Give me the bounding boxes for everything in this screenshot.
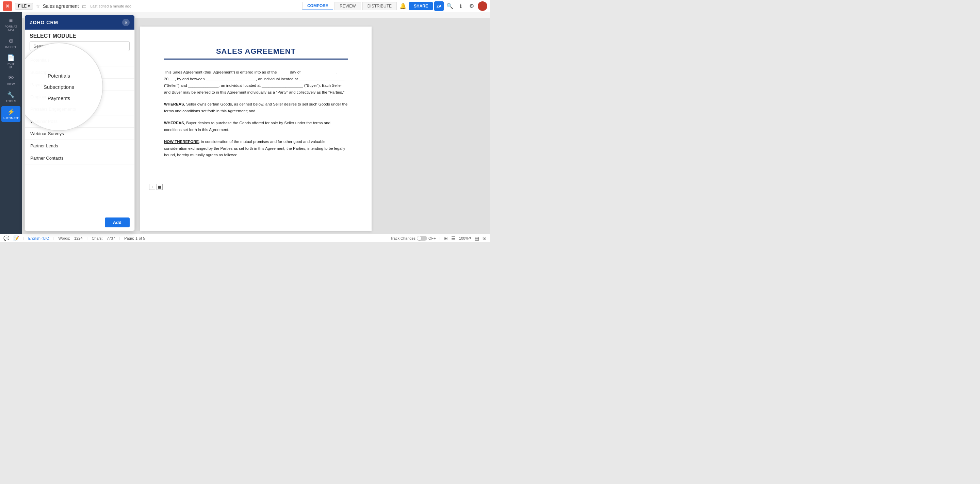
status-bar: 💬 📝 | English (UK) | Words: 1224 | Chars… <box>0 234 490 242</box>
tab-distribute[interactable]: DISTRIBUTE <box>363 2 397 10</box>
module-search-input[interactable] <box>30 41 130 51</box>
sidebar-item-automate[interactable]: ⚡ AUTOMATE <box>2 106 21 122</box>
search-icon[interactable]: 🔍 <box>445 2 455 11</box>
insert-icon: ⊕ <box>8 37 14 45</box>
close-button[interactable]: ✕ <box>3 2 12 11</box>
page-icon: 📄 <box>7 54 14 62</box>
sidebar-item-tools[interactable]: 🔧 TOOLS <box>2 89 21 105</box>
zoom-control[interactable]: 100% ▾ <box>459 236 471 240</box>
format-icon: ≡ <box>9 17 13 24</box>
track-changes-label: Track Changes <box>390 236 415 240</box>
module-item-partner-contacts[interactable]: Partner Contacts <box>25 152 134 164</box>
zoom-level: 100% <box>459 236 469 240</box>
share-button[interactable]: SHARE <box>409 2 433 10</box>
track-changes-control: Track Changes OFF <box>390 236 436 240</box>
module-item-employees[interactable]: Employees <box>25 91 134 103</box>
list-view-icon[interactable]: ☰ <box>451 236 456 241</box>
user-badge[interactable]: ZA <box>434 2 444 11</box>
module-list: Potentials Subscriptions Payments Employ… <box>25 54 134 214</box>
sidebar-item-page[interactable]: 📄 PAGEIP <box>2 52 21 71</box>
tools-icon: 🔧 <box>7 91 14 99</box>
page-label: Page: <box>124 236 134 240</box>
folder-icon[interactable]: 🗀 <box>82 3 86 9</box>
info-icon[interactable]: ℹ <box>456 2 466 11</box>
zoom-chevron: ▾ <box>469 236 471 240</box>
chars-label: Chars: <box>92 236 102 240</box>
add-button-row: Add <box>25 214 134 231</box>
notifications-icon[interactable]: 🔔 <box>398 2 408 11</box>
star-icon[interactable]: ☆ <box>36 3 40 9</box>
crm-panel: ZOHO CRM ✕ SELECT MODULE Potentials Subs… <box>24 15 135 231</box>
settings-icon[interactable]: ⚙ <box>467 2 476 11</box>
module-item-potentials[interactable]: Potentials <box>25 54 134 66</box>
module-item-partner-leads[interactable]: Partner Leads <box>25 140 134 152</box>
module-item-webinar-surveys[interactable]: Webinar Surveys <box>25 127 134 140</box>
tab-compose[interactable]: COMPOSE <box>302 2 333 10</box>
sidebar-item-view[interactable]: 👁 VIEW <box>2 73 21 88</box>
track-changes-toggle[interactable] <box>417 236 427 240</box>
toggle-knob <box>417 236 421 240</box>
document-heading: SALES AGREEMENT <box>164 47 348 56</box>
sidebar-item-format[interactable]: ≡ FORMAT.MAT <box>2 15 21 34</box>
document-title: Sales agreement <box>43 3 79 9</box>
words-count: 1224 <box>74 236 82 240</box>
tab-review[interactable]: REVIEW <box>334 2 361 10</box>
select-module-label: SELECT MODULE <box>25 30 134 41</box>
automate-icon: ⚡ <box>7 108 14 116</box>
doc-divider <box>164 59 348 60</box>
paragraph-2: WHEREAS, Seller owns certain Goods, as d… <box>164 101 348 115</box>
crm-panel-overlay: ZOHO CRM ✕ SELECT MODULE Potentials Subs… <box>22 12 137 234</box>
crm-close-button[interactable]: ✕ <box>122 19 130 26</box>
document-page: SALES AGREEMENT This Sales Agreement (th… <box>140 27 372 231</box>
module-item-payments[interactable]: Payments <box>25 79 134 91</box>
words-label: Words: <box>58 236 70 240</box>
last-edited-label: Last edited a minute ago <box>91 4 131 8</box>
add-button[interactable]: Add <box>105 218 130 228</box>
page-info: Page: 1 of 5 <box>124 236 145 240</box>
avatar[interactable] <box>478 2 487 11</box>
sidebar: ≡ FORMAT.MAT ⊕ INSERT 📄 PAGEIP 👁 VIEW 🔧 … <box>0 12 22 234</box>
sidebar-item-insert[interactable]: ⊕ INSERT <box>2 35 21 51</box>
add-block-icon[interactable]: + <box>149 184 155 190</box>
view-icon: 👁 <box>8 75 14 82</box>
module-item-presales[interactable]: Presales Engagements <box>25 103 134 115</box>
file-menu-button[interactable]: FILE ▾ <box>15 3 33 10</box>
paragraph-1: This Sales Agreement (this "Agreement") … <box>164 69 348 96</box>
grid-view-icon[interactable]: ⊞ <box>444 236 448 241</box>
chars-count: 7737 <box>107 236 115 240</box>
block-controls: + ▦ <box>149 184 163 190</box>
top-bar-actions: COMPOSE REVIEW DISTRIBUTE 🔔 SHARE ZA 🔍 ℹ… <box>302 2 487 11</box>
status-bar-right: Track Changes OFF | ⊞ ☰ 100% ▾ ▤ ✉ <box>390 236 487 241</box>
paragraph-3: WHEREAS, Buyer desires to purchase the G… <box>164 120 348 133</box>
top-bar: ✕ FILE ▾ ☆ Sales agreement 🗀 Last edited… <box>0 0 490 12</box>
module-item-subscriptions[interactable]: Subscriptions <box>25 66 134 79</box>
paragraph-4: NOW THEREFORE, in consideration of the m… <box>164 139 348 159</box>
language-selector[interactable]: English (UK) <box>28 236 49 240</box>
crm-logo: ZOHO CRM <box>30 20 58 25</box>
comment-icon[interactable]: 💬 <box>3 236 9 241</box>
crm-header: ZOHO CRM ✕ <box>25 15 134 30</box>
mail-icon[interactable]: ✉ <box>482 236 487 241</box>
layout-icon[interactable]: ▤ <box>475 236 479 241</box>
track-off-label: OFF <box>428 236 436 240</box>
page-current: 1 <box>135 236 137 240</box>
module-item-webinar-polls[interactable]: Webinar Polls <box>25 115 134 127</box>
block-menu-icon[interactable]: ▦ <box>156 184 163 190</box>
page-of: of 5 <box>139 236 145 240</box>
track-icon[interactable]: 📝 <box>13 236 19 241</box>
document-body: This Sales Agreement (this "Agreement") … <box>164 69 348 159</box>
